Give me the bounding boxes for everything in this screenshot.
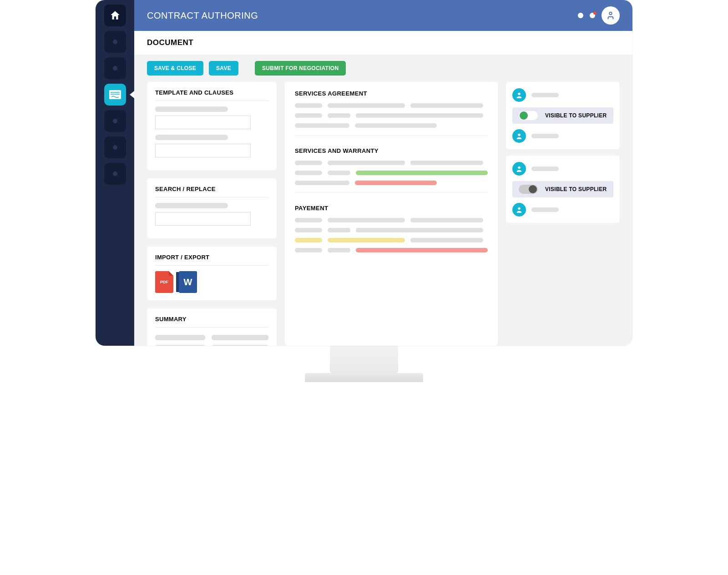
- field-label: [155, 135, 228, 140]
- pdf-icon: PDF: [160, 280, 168, 284]
- person-icon: [516, 91, 523, 99]
- import-export-title: IMPORT / EXPORT: [155, 254, 268, 266]
- visibility-toggle-row: VISIBLE TO SUPPLIER: [512, 107, 613, 124]
- collaborator-row: [512, 129, 613, 143]
- person-icon: [516, 132, 523, 140]
- avatar: [512, 88, 526, 102]
- visibility-toggle-row: VISIBLE TO SUPPLIER: [512, 181, 613, 197]
- search-input[interactable]: [155, 212, 251, 226]
- field-label: [155, 106, 228, 112]
- collaborator-name: [531, 93, 559, 97]
- collaborator-row: [512, 162, 613, 176]
- visibility-toggle[interactable]: [519, 111, 538, 120]
- collaborators-panel-2: VISIBLE TO SUPPLIER: [506, 156, 620, 223]
- template-input-2[interactable]: [155, 144, 251, 157]
- app-title: CONTRACT AUTHORING: [147, 10, 258, 21]
- submit-button[interactable]: SUBMIT FOR NEGOCIATION: [255, 61, 346, 76]
- monitor-base: [305, 373, 423, 382]
- svg-point-7: [518, 207, 520, 210]
- topbar: CONTRACT AUTHORING: [134, 0, 632, 31]
- person-icon: [606, 10, 616, 20]
- save-close-button[interactable]: SAVE & CLOSE: [147, 61, 203, 76]
- doc-section: SERVICES AND WARRANTY: [295, 147, 488, 193]
- dot-icon: [113, 119, 117, 123]
- summary-item: [155, 345, 205, 346]
- collaborator-row: [512, 88, 613, 102]
- document-icon: [109, 90, 121, 100]
- sidebar: [96, 0, 134, 346]
- collaborator-row: [512, 203, 613, 217]
- summary-panel: SUMMARY: [147, 308, 277, 346]
- dot-icon: [113, 171, 117, 176]
- nav-item-2[interactable]: [104, 57, 126, 79]
- user-avatar[interactable]: [602, 6, 620, 25]
- svg-point-3: [609, 12, 612, 15]
- svg-rect-0: [109, 90, 121, 99]
- person-icon: [516, 165, 523, 172]
- save-button[interactable]: SAVE: [209, 61, 238, 76]
- search-replace-title: SEARCH / REPLACE: [155, 186, 268, 197]
- nav-home[interactable]: [104, 5, 126, 26]
- person-icon: [516, 206, 523, 213]
- section-title: PAYEMENT: [295, 205, 488, 212]
- avatar: [512, 129, 526, 143]
- collaborator-name: [531, 166, 559, 171]
- dot-icon: [113, 145, 117, 150]
- dot-icon: [113, 40, 117, 44]
- avatar: [512, 162, 526, 176]
- template-input-1[interactable]: [155, 116, 251, 129]
- summary-title: SUMMARY: [155, 316, 268, 328]
- page-title: DOCUMENT: [134, 31, 632, 55]
- visibility-toggle[interactable]: [519, 185, 538, 194]
- document-editor: SERVICES AGREEMENT SERVICES AND WARRANTY: [285, 82, 498, 346]
- doc-section: SERVICES AGREEMENT: [295, 90, 488, 136]
- export-word-button[interactable]: W: [179, 271, 197, 293]
- status-dot[interactable]: [578, 13, 583, 18]
- field-label: [155, 203, 228, 208]
- collaborator-name: [531, 134, 559, 138]
- templates-title: TEMPLATE AND CLAUSES: [155, 89, 268, 101]
- section-title: SERVICES AGREEMENT: [295, 90, 488, 97]
- visibility-label: VISIBLE TO SUPPLIER: [545, 186, 607, 192]
- export-pdf-button[interactable]: PDF: [155, 271, 173, 293]
- import-export-panel: IMPORT / EXPORT PDF W: [147, 247, 277, 300]
- nav-item-4[interactable]: [104, 110, 126, 132]
- summary-item: [212, 335, 268, 340]
- summary-item: [212, 345, 268, 346]
- svg-point-4: [518, 93, 520, 95]
- monitor-stand: [330, 346, 398, 373]
- search-replace-panel: SEARCH / REPLACE: [147, 178, 277, 238]
- svg-point-6: [518, 166, 520, 169]
- collaborators-panel-1: VISIBLE TO SUPPLIER: [506, 82, 620, 149]
- home-icon: [109, 10, 121, 21]
- visibility-label: VISIBLE TO SUPPLIER: [545, 112, 607, 119]
- notification-icon[interactable]: [590, 13, 595, 18]
- nav-item-6[interactable]: [104, 163, 126, 185]
- nav-item-5[interactable]: [104, 136, 126, 158]
- action-toolbar: SAVE & CLOSE SAVE SUBMIT FOR NEGOCIATION: [134, 55, 632, 80]
- word-icon: W: [184, 277, 192, 288]
- templates-panel: TEMPLATE AND CLAUSES: [147, 82, 277, 170]
- nav-item-contract[interactable]: [104, 84, 126, 106]
- doc-section: PAYEMENT: [295, 205, 488, 252]
- avatar: [512, 203, 526, 217]
- dot-icon: [113, 66, 117, 71]
- nav-item-1[interactable]: [104, 31, 126, 53]
- summary-item: [155, 335, 205, 340]
- svg-point-5: [518, 134, 520, 136]
- section-title: SERVICES AND WARRANTY: [295, 147, 488, 154]
- collaborator-name: [531, 207, 559, 212]
